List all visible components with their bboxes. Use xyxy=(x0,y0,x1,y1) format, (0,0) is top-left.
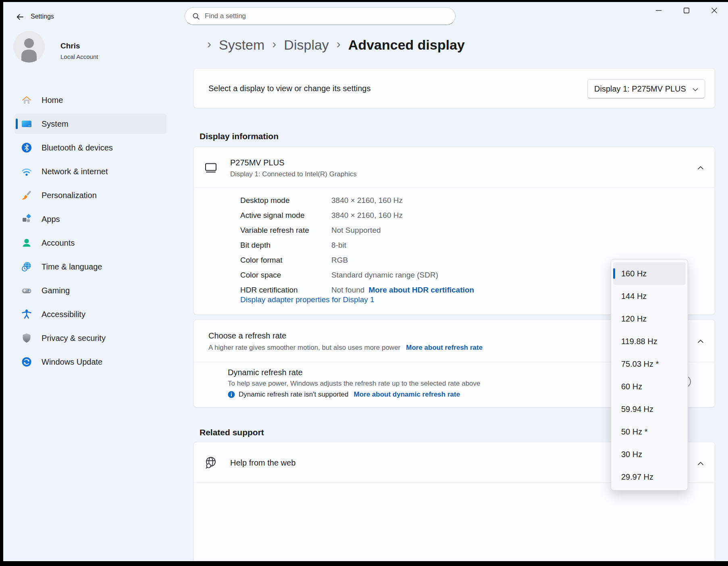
maximize-icon xyxy=(683,7,690,14)
sidebar-item-label: Accounts xyxy=(42,238,75,248)
sidebar-item-label: Network & internet xyxy=(42,167,108,176)
collapse-help-button[interactable] xyxy=(693,455,709,472)
refresh-rate-option-label: 144 Hz xyxy=(621,292,647,301)
sidebar-item-label: Windows Update xyxy=(42,357,102,367)
refresh-rate-option-label: 59.94 Hz xyxy=(621,405,653,414)
sidebar-item[interactable]: Privacy & security xyxy=(15,328,166,348)
close-button[interactable] xyxy=(700,2,728,19)
refresh-rate-option[interactable]: 30 Hz xyxy=(613,443,686,466)
chevron-up-icon xyxy=(697,460,705,467)
detail-more-link[interactable]: More about HDR certification xyxy=(368,286,474,294)
sidebar-item-label: Bluetooth & devices xyxy=(42,143,113,152)
refresh-rate-option[interactable]: 59.94 Hz xyxy=(613,398,686,420)
display-selector-combobox[interactable]: Display 1: P275MV PLUS xyxy=(587,79,705,98)
settings-window: Settings Chris Local Account Home xyxy=(3,2,728,561)
search-input[interactable] xyxy=(205,12,431,20)
sidebar-item[interactable]: Bluetooth & devices xyxy=(15,138,166,158)
globe-search-icon xyxy=(204,455,218,470)
collapse-refresh-rate-button[interactable] xyxy=(693,333,709,349)
more-about-dynamic-refresh-rate-link[interactable]: More about dynamic refresh rate xyxy=(354,391,460,399)
search-box[interactable] xyxy=(185,7,456,25)
app-title: Settings xyxy=(31,13,54,20)
back-arrow-icon xyxy=(16,13,24,21)
sidebar-item[interactable]: Apps xyxy=(15,209,166,229)
divider xyxy=(194,187,715,188)
detail-row: Variable refresh rate Not Supported xyxy=(240,223,703,238)
device-subtitle: Display 1: Connected to Intel(R) Graphic… xyxy=(230,170,357,178)
refresh-rate-option[interactable]: 50 Hz * xyxy=(613,420,686,443)
display-adapter-properties-link[interactable]: Display adapter properties for Display 1 xyxy=(240,295,374,304)
detail-row: Desktop mode 3840 × 2160, 160 Hz xyxy=(240,193,703,208)
chevron-up-icon xyxy=(697,338,705,345)
dynamic-refresh-rate-title: Dynamic refresh rate xyxy=(228,368,303,377)
refresh-rate-option-label: 75.03 Hz * xyxy=(621,359,659,369)
sidebar-nav: Home System Bluetooth & devices Network … xyxy=(15,90,166,376)
sidebar-item[interactable]: Gaming xyxy=(15,280,166,301)
sidebar-item[interactable]: Home xyxy=(15,90,166,110)
sidebar-item-icon xyxy=(21,142,32,153)
close-icon xyxy=(711,7,718,14)
refresh-rate-option-label: 30 Hz xyxy=(621,450,642,459)
refresh-rate-option-label: 120 Hz xyxy=(621,314,647,324)
sidebar-item-icon xyxy=(21,214,32,224)
dynamic-refresh-rate-subtitle: To help save power, Windows adjusts the … xyxy=(228,380,480,388)
refresh-rate-option[interactable]: 29.97 Hz xyxy=(613,466,686,488)
breadcrumb-segment: › Display xyxy=(264,37,329,53)
detail-value: Not found xyxy=(331,286,364,294)
breadcrumb-label[interactable]: Advanced display xyxy=(348,37,465,53)
sidebar-item-icon xyxy=(21,261,32,272)
monitor-icon xyxy=(204,161,218,175)
sidebar-item[interactable]: Personalization xyxy=(15,185,166,205)
detail-value: 3840 × 2160, 160 Hz xyxy=(331,196,403,205)
minimize-icon xyxy=(655,7,662,14)
dynamic-refresh-rate-status-row: Dynamic refresh rate isn't supported Mor… xyxy=(228,391,460,399)
sidebar-item-icon xyxy=(21,190,32,201)
detail-row: Active signal mode 3840 × 2160, 160 Hz xyxy=(240,208,703,223)
sidebar-item[interactable]: Network & internet xyxy=(15,161,166,182)
sidebar-item[interactable]: Accounts xyxy=(15,233,166,253)
sidebar-item-label: Personalization xyxy=(42,191,97,200)
detail-value: Standard dynamic range (SDR) xyxy=(331,271,438,280)
sidebar-item[interactable]: System xyxy=(15,114,166,134)
collapse-display-info-button[interactable] xyxy=(693,160,709,176)
related-support-heading: Related support xyxy=(200,428,264,437)
sidebar-item-icon xyxy=(21,357,32,367)
maximize-button[interactable] xyxy=(672,2,700,19)
user-account-type: Local Account xyxy=(60,53,98,60)
refresh-rate-option[interactable]: 119.88 Hz xyxy=(613,330,686,353)
sidebar-item-icon xyxy=(21,333,32,343)
breadcrumb-label[interactable]: System xyxy=(219,37,264,53)
display-selector-card: Select a display to view or change its s… xyxy=(193,68,715,108)
refresh-rate-option[interactable]: 60 Hz xyxy=(613,375,686,398)
detail-label: HDR certification xyxy=(240,286,331,294)
refresh-rate-option[interactable]: 120 Hz xyxy=(613,307,686,330)
detail-row: Bit depth 8-bit xyxy=(240,238,703,253)
sidebar-item-label: Gaming xyxy=(42,286,70,295)
detail-value: Not Supported xyxy=(331,226,381,235)
detail-label: Color space xyxy=(240,271,331,280)
refresh-rate-title: Choose a refresh rate xyxy=(208,331,286,340)
detail-label: Color format xyxy=(240,256,331,265)
sidebar-item-icon xyxy=(21,285,32,296)
refresh-rate-dropdown: 160 Hz 144 Hz 120 Hz 119.88 Hz 75.03 Hz … xyxy=(611,259,688,491)
sidebar-item[interactable]: Windows Update xyxy=(15,352,166,372)
minimize-button[interactable] xyxy=(645,2,672,19)
refresh-rate-option-label: 119.88 Hz xyxy=(621,337,657,346)
device-name: P275MV PLUS xyxy=(230,158,285,167)
breadcrumb-chevron-icon: › xyxy=(272,37,276,51)
help-card-title: Help from the web xyxy=(230,458,295,468)
refresh-rate-option[interactable]: 144 Hz xyxy=(613,285,686,307)
refresh-rate-option-label: 29.97 Hz xyxy=(621,472,653,482)
sidebar-item-label: Accessibility xyxy=(42,310,85,319)
back-button[interactable] xyxy=(13,10,27,24)
sidebar-item[interactable]: Accessibility xyxy=(15,304,166,324)
refresh-rate-option[interactable]: 75.03 Hz * xyxy=(613,353,686,375)
breadcrumb-label[interactable]: Display xyxy=(284,37,329,53)
sidebar-item-icon xyxy=(21,166,32,177)
refresh-rate-option[interactable]: 160 Hz xyxy=(613,262,686,285)
sidebar-item[interactable]: Time & language xyxy=(15,257,166,277)
more-about-refresh-rate-link[interactable]: More about refresh rate xyxy=(406,344,483,351)
breadcrumb-chevron-icon: › xyxy=(207,37,211,51)
window-controls xyxy=(645,2,728,19)
sidebar-item-label: Apps xyxy=(42,215,60,224)
